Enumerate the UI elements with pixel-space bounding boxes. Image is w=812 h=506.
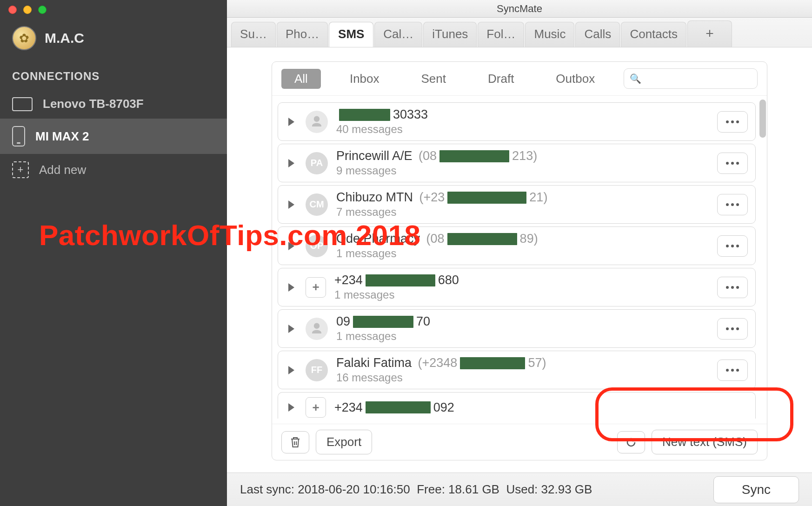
titlebar: SyncMate (227, 0, 812, 18)
expand-caret-icon[interactable] (288, 200, 294, 209)
refresh-button[interactable] (617, 431, 645, 453)
thread-text: +2346801 messages (334, 273, 709, 301)
thread-text: Princewill A/E (08213)9 messages (336, 149, 709, 177)
scrollbar-thumb[interactable] (759, 100, 766, 138)
add-contact-icon: + (306, 397, 326, 418)
tab-music[interactable]: Music (525, 22, 574, 47)
tab-cal[interactable]: Cal… (374, 22, 422, 47)
tab-contacts[interactable]: Contacts (621, 22, 686, 47)
expand-caret-icon[interactable] (288, 159, 294, 167)
thread-title: Falaki Fatima (+234857) (336, 356, 709, 370)
filter-sent[interactable]: Sent (408, 69, 459, 89)
thread-text: Ode Pharmacy (0889)1 messages (336, 232, 709, 260)
thread-title: 0970 (336, 314, 709, 329)
thread-text: +234092 (334, 400, 748, 415)
thread-row[interactable]: 3033340 messages (278, 102, 756, 141)
expand-caret-icon[interactable] (288, 242, 294, 250)
add-tab-button[interactable]: + (687, 20, 732, 47)
thread-title: Ode Pharmacy (0889) (336, 232, 709, 246)
filter-draft[interactable]: Draft (475, 69, 527, 89)
tab-pho[interactable]: Pho… (277, 22, 328, 47)
filter-bar: AllInboxSentDraftOutbox🔍 (272, 62, 767, 96)
status-last-sync: Last sync: 2018-06-20 10:16:50 Free: 18.… (240, 482, 592, 497)
tab-itunes[interactable]: iTunes (423, 22, 477, 47)
expand-caret-icon[interactable] (288, 325, 294, 333)
main-area: SyncMate Su…Pho…SMSCal…iTunesFol…MusicCa… (227, 0, 812, 506)
thread-more-button[interactable] (717, 360, 748, 381)
connection-mi-max-2[interactable]: MI MAX 2 (0, 119, 227, 154)
add-connection-label: Add new (39, 163, 86, 177)
thread-subtitle: 7 messages (336, 206, 709, 219)
delete-button[interactable] (281, 431, 309, 453)
thread-title: 30333 (336, 107, 709, 122)
thread-row[interactable]: ++234092 (278, 392, 756, 419)
add-connection[interactable]: + Add new (0, 154, 227, 186)
connection-label: Lenovo TB-8703F (43, 97, 144, 111)
status-bar: Last sync: 2018-06-20 10:16:50 Free: 18.… (227, 473, 812, 506)
connection-label: MI MAX 2 (35, 129, 89, 144)
thread-text: 09701 messages (336, 314, 709, 343)
panel-toolbar: Export New text (SMS) (272, 424, 767, 460)
thread-row[interactable]: PAPrincewill A/E (08213)9 messages (278, 144, 756, 182)
connection-lenovo[interactable]: Lenovo TB-8703F (0, 89, 227, 119)
contact-avatar: PA (306, 152, 328, 174)
close-window-icon[interactable] (8, 6, 17, 14)
filter-outbox[interactable]: Outbox (543, 69, 608, 89)
thread-more-button[interactable] (717, 111, 748, 133)
expand-caret-icon[interactable] (288, 118, 294, 126)
thread-row[interactable]: OPOde Pharmacy (0889)1 messages (278, 226, 756, 265)
thread-subtitle: 40 messages (336, 123, 709, 136)
expand-caret-icon[interactable] (288, 283, 294, 292)
plus-icon: + (12, 161, 29, 178)
tab-sms[interactable]: SMS (329, 22, 373, 47)
thread-title: Chibuzo MTN (+2321) (336, 190, 709, 205)
thread-title: Princewill A/E (08213) (336, 149, 709, 163)
sms-panel: AllInboxSentDraftOutbox🔍 3033340 message… (272, 61, 767, 460)
new-text-button[interactable]: New text (SMS) (652, 430, 758, 454)
thread-more-button[interactable] (717, 153, 748, 174)
expand-caret-icon[interactable] (288, 403, 294, 412)
thread-subtitle: 1 messages (336, 247, 709, 260)
tab-su[interactable]: Su… (231, 22, 276, 47)
thread-row[interactable]: FFFalaki Fatima (+234857)16 messages (278, 351, 756, 389)
thread-row[interactable]: ++2346801 messages (278, 268, 756, 306)
thread-text: 3033340 messages (336, 107, 709, 136)
thread-row[interactable]: CMChibuzo MTN (+2321)7 messages (278, 185, 756, 224)
contact-avatar: OP (306, 235, 328, 257)
account-row[interactable]: ✿ M.A.C (0, 18, 227, 63)
account-avatar-icon: ✿ (12, 26, 36, 50)
export-button[interactable]: Export (316, 430, 372, 454)
window-controls (8, 6, 47, 14)
expand-caret-icon[interactable] (288, 366, 294, 374)
thread-more-button[interactable] (717, 318, 748, 340)
thread-title: +234092 (334, 400, 748, 415)
thread-row[interactable]: 09701 messages (278, 309, 756, 348)
thread-subtitle: 16 messages (336, 371, 709, 384)
thread-text: Chibuzo MTN (+2321)7 messages (336, 190, 709, 219)
person-icon (306, 318, 328, 340)
thread-subtitle: 1 messages (336, 330, 709, 343)
thread-more-button[interactable] (717, 277, 748, 298)
thread-title: +234680 (334, 273, 709, 287)
sync-button[interactable]: Sync (713, 476, 799, 503)
app-title: SyncMate (497, 3, 542, 15)
minimize-window-icon[interactable] (23, 6, 32, 14)
filter-all[interactable]: All (281, 69, 321, 89)
connections-heading: CONNECTIONS (0, 63, 227, 89)
zoom-window-icon[interactable] (38, 6, 47, 14)
person-icon (306, 111, 328, 133)
refresh-icon (625, 436, 637, 448)
search-icon: 🔍 (630, 73, 641, 84)
contact-avatar: CM (306, 193, 328, 216)
thread-text: Falaki Fatima (+234857)16 messages (336, 356, 709, 384)
thread-more-button[interactable] (717, 194, 748, 215)
phone-icon (12, 126, 25, 146)
contact-avatar: FF (306, 359, 328, 381)
filter-inbox[interactable]: Inbox (337, 69, 393, 89)
tablet-icon (12, 97, 33, 111)
thread-more-button[interactable] (717, 235, 748, 257)
tab-calls[interactable]: Calls (575, 22, 620, 47)
tab-fol[interactable]: Fol… (478, 22, 524, 47)
sidebar: ✿ M.A.C CONNECTIONS Lenovo TB-8703F MI M… (0, 0, 227, 506)
search-input[interactable]: 🔍 (624, 68, 758, 89)
